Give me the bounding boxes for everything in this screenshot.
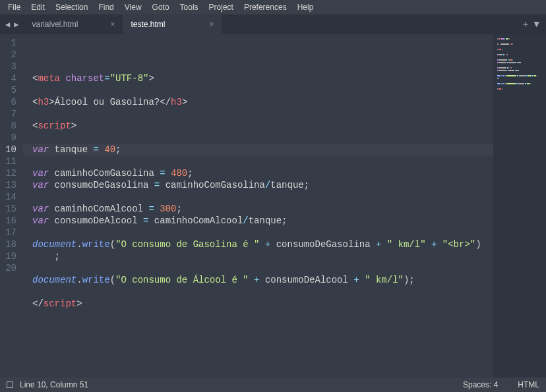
tabbar-right: ＋ ▼ <box>514 14 546 34</box>
tab-dropdown-icon[interactable]: ▼ <box>534 19 539 30</box>
menu-find[interactable]: Find <box>93 3 119 12</box>
menubar: FileEditSelectionFindViewGotoToolsProjec… <box>0 0 546 14</box>
menu-goto[interactable]: Goto <box>147 3 175 12</box>
tabbar: ◀ ▶ varialvel.html×teste.html× ＋ ▼ <box>0 14 546 34</box>
menu-project[interactable]: Project <box>204 3 239 12</box>
menu-selection[interactable]: Selection <box>50 3 93 12</box>
code-area[interactable]: <meta charset="UTF-8"> <h3>Álcool ou Gas… <box>23 34 493 378</box>
menu-help[interactable]: Help <box>292 3 319 12</box>
tab-nav: ◀ ▶ <box>0 14 24 34</box>
tab-teste-html[interactable]: teste.html× <box>123 14 222 34</box>
line-gutter: 1234567891011121314151617181920 <box>0 34 23 378</box>
syntax-language[interactable]: HTML <box>518 380 539 389</box>
editor[interactable]: 1234567891011121314151617181920 <meta ch… <box>0 34 546 378</box>
statusbar: Line 10, Column 51 Spaces: 4 HTML <box>0 378 546 392</box>
tab-varialvel-html[interactable]: varialvel.html× <box>24 14 123 34</box>
indent-setting[interactable]: Spaces: 4 <box>463 380 498 389</box>
close-icon[interactable]: × <box>110 20 115 29</box>
menu-tools[interactable]: Tools <box>175 3 204 12</box>
nav-back-icon[interactable]: ◀ <box>5 20 10 30</box>
status-panel-icon[interactable] <box>7 381 13 388</box>
close-icon[interactable]: × <box>209 20 214 29</box>
tabs: varialvel.html×teste.html× <box>24 14 222 34</box>
menu-edit[interactable]: Edit <box>26 3 50 12</box>
menu-view[interactable]: View <box>119 3 147 12</box>
tab-label: teste.html <box>131 20 165 29</box>
menu-file[interactable]: File <box>3 3 26 12</box>
menu-preferences[interactable]: Preferences <box>239 3 292 12</box>
minimap[interactable] <box>493 34 546 378</box>
new-tab-icon[interactable]: ＋ <box>521 18 530 30</box>
nav-forward-icon[interactable]: ▶ <box>14 20 18 30</box>
cursor-position[interactable]: Line 10, Column 51 <box>20 380 88 389</box>
tab-label: varialvel.html <box>32 20 78 29</box>
